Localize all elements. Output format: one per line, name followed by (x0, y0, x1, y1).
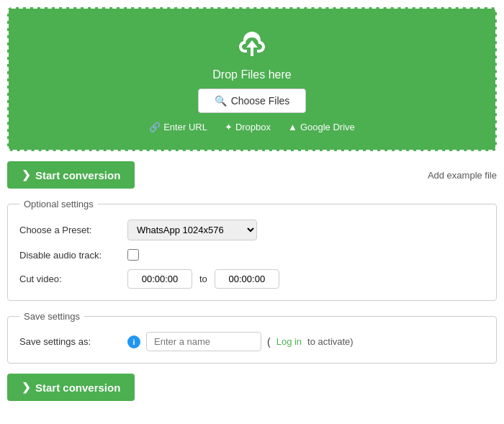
start-btn-label-bottom: Start conversion (35, 382, 120, 394)
save-row-inner: i (Log in to activate) (127, 332, 354, 351)
choose-files-label: Choose Files (231, 95, 290, 107)
add-example-link[interactable]: Add example file (428, 170, 497, 181)
cut-video-from-input[interactable] (127, 269, 192, 289)
cut-video-to-input[interactable] (215, 269, 279, 289)
google-drive-icon: ▲ (288, 122, 297, 132)
preset-row: Choose a Preset: WhatsApp 1024x576 Whats… (19, 220, 485, 240)
disable-audio-checkbox[interactable] (127, 249, 139, 261)
preset-label: Choose a Preset: (19, 225, 120, 235)
dropbox-icon: ✦ (225, 122, 233, 132)
upload-icon (23, 26, 481, 63)
source-links: 🔗 Enter URL ✦ Dropbox ▲ Google Drive (23, 122, 481, 132)
google-drive-label: Google Drive (300, 122, 355, 132)
action-bar: ❯ Start conversion Add example file (7, 161, 497, 189)
save-name-input[interactable] (146, 332, 261, 351)
optional-settings-fieldset: Optional settings Choose a Preset: Whats… (7, 199, 497, 301)
svg-marker-0 (246, 40, 258, 56)
enter-url-link[interactable]: 🔗 Enter URL (149, 122, 207, 132)
dropbox-label: Dropbox (235, 122, 271, 132)
save-settings-legend: Save settings (19, 311, 84, 322)
dropbox-link[interactable]: ✦ Dropbox (225, 122, 271, 132)
start-conversion-button-bottom[interactable]: ❯ Start conversion (7, 374, 135, 401)
save-as-row: Save settings as: i (Log in to activate) (19, 332, 485, 351)
drop-text: Drop Files here (23, 68, 481, 81)
cut-video-row: Cut video: to (19, 269, 485, 289)
bottom-action-bar: ❯ Start conversion (7, 374, 497, 401)
info-icon[interactable]: i (127, 335, 140, 348)
login-prefix: ( (267, 336, 271, 348)
preset-select[interactable]: WhatsApp 1024x576 WhatsApp 1280x720 Defa… (127, 220, 257, 240)
start-conversion-button-top[interactable]: ❯ Start conversion (7, 161, 135, 189)
enter-url-label: Enter URL (163, 122, 207, 132)
activate-text: to activate) (307, 336, 354, 347)
choose-files-button[interactable]: 🔍 Choose Files (198, 89, 307, 113)
login-link[interactable]: Log in (276, 336, 302, 347)
chevron-icon: ❯ (22, 168, 31, 181)
optional-settings-legend: Optional settings (19, 199, 98, 209)
disable-audio-row: Disable audio track: (19, 249, 485, 261)
start-btn-label-top: Start conversion (35, 169, 120, 181)
disable-audio-label: Disable audio track: (19, 250, 120, 261)
drop-zone[interactable]: Drop Files here 🔍 Choose Files 🔗 Enter U… (7, 7, 497, 151)
save-as-label: Save settings as: (19, 336, 120, 347)
search-icon: 🔍 (215, 95, 227, 107)
google-drive-link[interactable]: ▲ Google Drive (288, 122, 355, 132)
link-icon: 🔗 (149, 122, 161, 132)
save-settings-fieldset: Save settings Save settings as: i (Log i… (7, 311, 497, 364)
chevron-icon-bottom: ❯ (22, 381, 31, 394)
cut-video-label: Cut video: (19, 274, 120, 284)
to-label: to (199, 274, 207, 284)
